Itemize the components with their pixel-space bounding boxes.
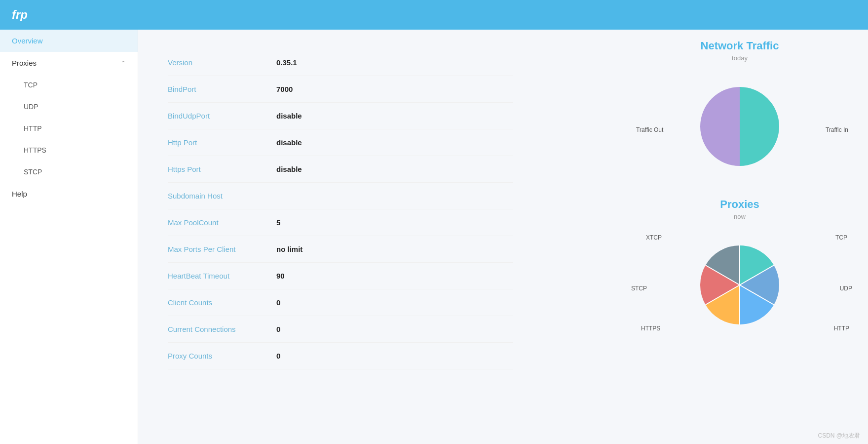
info-row: Client Counts 0 <box>168 289 513 316</box>
sidebar-item-http[interactable]: HTTP <box>0 118 138 139</box>
info-panel: Version 0.35.1 BindPort 7000 BindUdpPort… <box>138 30 611 444</box>
sidebar-item-udp[interactable]: UDP <box>0 96 138 118</box>
proxies-chart-section: Proxies now <box>626 198 853 342</box>
sidebar-item-https[interactable]: HTTPS <box>0 139 138 161</box>
info-value: 5 <box>276 218 280 227</box>
info-row: Https Port disable <box>168 156 513 183</box>
info-label: Http Port <box>168 138 276 147</box>
sidebar-item-overview[interactable]: Overview <box>0 30 138 52</box>
sidebar-label-overview: Overview <box>12 37 43 45</box>
info-value: disable <box>276 138 302 147</box>
charts-panel: Network Traffic today Traffic Out Traffi… <box>611 30 868 444</box>
info-row: Http Port disable <box>168 129 513 156</box>
chevron-up-icon: ⌃ <box>121 60 126 67</box>
sidebar-label-proxies: Proxies <box>12 59 37 67</box>
info-label: Subdomain Host <box>168 192 276 200</box>
info-label: BindUdpPort <box>168 112 276 120</box>
info-label: Client Counts <box>168 298 276 307</box>
info-label: Proxy Counts <box>168 352 276 360</box>
sidebar: Overview Proxies ⌃ TCP UDP HTTP HTTPS ST… <box>0 30 138 444</box>
info-row: Version 0.35.1 <box>168 49 513 76</box>
sidebar-label-https: HTTPS <box>24 146 46 154</box>
info-row: Proxy Counts 0 <box>168 343 513 369</box>
proxies-xtcp-label: XTCP <box>646 234 662 241</box>
traffic-out-label: Traffic Out <box>636 126 663 133</box>
info-value: 0 <box>276 325 280 333</box>
sidebar-item-help[interactable]: Help <box>0 183 138 205</box>
info-value: 7000 <box>276 85 293 93</box>
network-traffic-section: Network Traffic today Traffic Out Traffi… <box>626 40 853 183</box>
sidebar-label-udp: UDP <box>24 103 38 111</box>
network-traffic-subtitle: today <box>626 54 853 62</box>
traffic-pie-svg <box>685 82 794 171</box>
sidebar-item-tcp[interactable]: TCP <box>0 74 138 96</box>
sidebar-label-tcp: TCP <box>24 81 38 89</box>
info-label: BindPort <box>168 85 276 93</box>
proxies-udp-label: UDP <box>840 285 852 292</box>
info-table: Version 0.35.1 BindPort 7000 BindUdpPort… <box>168 49 513 369</box>
proxies-pie-svg <box>680 233 799 337</box>
proxies-chart: TCP UDP HTTP HTTPS STCP XTCP <box>626 228 853 342</box>
info-label: HeartBeat Timeout <box>168 272 276 280</box>
app-header: frp <box>0 0 868 30</box>
info-label: Max Ports Per Client <box>168 245 276 253</box>
info-value: 90 <box>276 272 285 280</box>
main-layout: Overview Proxies ⌃ TCP UDP HTTP HTTPS ST… <box>0 30 868 444</box>
main-content: Version 0.35.1 BindPort 7000 BindUdpPort… <box>138 30 868 444</box>
info-row: Subdomain Host <box>168 183 513 209</box>
info-row: Max PoolCount 5 <box>168 209 513 236</box>
app-title: frp <box>12 8 28 22</box>
traffic-in-label: Traffic In <box>826 126 848 133</box>
proxies-chart-subtitle: now <box>626 213 853 220</box>
info-value: 0.35.1 <box>276 58 297 67</box>
info-value: disable <box>276 165 302 173</box>
sidebar-item-stcp[interactable]: STCP <box>0 161 138 183</box>
info-row: Max Ports Per Client no limit <box>168 236 513 263</box>
info-label: Max PoolCount <box>168 218 276 227</box>
network-traffic-title: Network Traffic <box>626 40 853 52</box>
sidebar-label-help: Help <box>12 190 27 198</box>
network-traffic-chart: Traffic Out Traffic In <box>626 70 853 183</box>
footer: CSDN @地农君 <box>818 432 860 440</box>
proxies-tcp-label: TCP <box>835 234 847 241</box>
info-label: Current Connections <box>168 325 276 333</box>
info-label: Https Port <box>168 165 276 173</box>
info-value: 0 <box>276 298 280 307</box>
info-row: BindUdpPort disable <box>168 103 513 129</box>
sidebar-label-stcp: STCP <box>24 168 42 176</box>
info-row: BindPort 7000 <box>168 76 513 103</box>
sidebar-item-proxies[interactable]: Proxies ⌃ <box>0 52 138 74</box>
info-label: Version <box>168 58 276 67</box>
info-row: Current Connections 0 <box>168 316 513 343</box>
proxies-chart-title: Proxies <box>626 198 853 211</box>
sidebar-label-http: HTTP <box>24 124 42 132</box>
info-row: HeartBeat Timeout 90 <box>168 263 513 289</box>
proxies-stcp-label: STCP <box>631 285 647 292</box>
proxies-https-label: HTTPS <box>641 325 660 332</box>
proxies-http-label: HTTP <box>834 325 849 332</box>
info-value: disable <box>276 112 302 120</box>
info-value: 0 <box>276 352 280 360</box>
info-value: no limit <box>276 245 302 253</box>
footer-text: CSDN @地农君 <box>818 432 860 439</box>
